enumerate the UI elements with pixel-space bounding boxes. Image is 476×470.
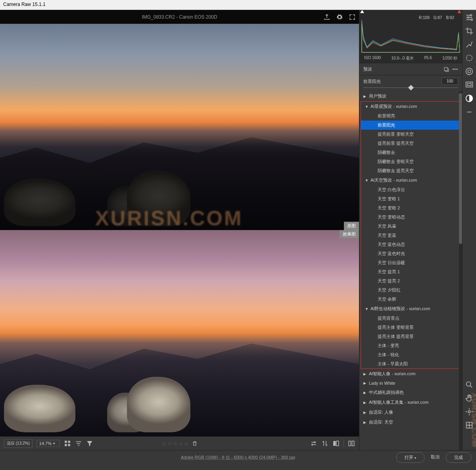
compare-icon[interactable] [321, 440, 328, 447]
star-5[interactable]: ☆ [184, 441, 189, 447]
open-button[interactable]: 打开 ▾ [396, 452, 424, 463]
mask-icon[interactable] [465, 54, 474, 62]
adjust-slider-icon[interactable] [310, 440, 317, 447]
before-after-icon[interactable] [348, 440, 355, 447]
preset-group-header-collapsed[interactable]: ▶自适应: 天空 [359, 417, 462, 427]
preset-item[interactable]: 主体 - 锐化 [361, 350, 461, 359]
edit-sliders-icon[interactable] [465, 13, 474, 22]
star-3[interactable]: ☆ [173, 441, 178, 447]
camera-model: Canon EOS 200D [179, 14, 217, 20]
presets-icon[interactable] [465, 94, 474, 103]
svg-rect-1 [68, 441, 70, 443]
amount-slider[interactable] [363, 87, 458, 88]
preset-item[interactable]: 天空 夕阳红 [361, 286, 461, 295]
more-tools-icon[interactable]: ••• [465, 107, 474, 116]
svg-point-16 [466, 68, 473, 75]
preset-item[interactable]: 天空 更蓝 [361, 231, 461, 240]
result-label: 效果图 [340, 230, 359, 238]
cancel-button[interactable]: 取消 [428, 452, 443, 463]
presets-panel-header: 预设 ••• [359, 63, 462, 75]
preset-group-header-collapsed[interactable]: ▶AI智能人像 - xurisn.com [359, 369, 462, 379]
preset-item[interactable]: 天空 变暗 1 [361, 194, 461, 203]
healing-brush-icon[interactable] [465, 40, 474, 49]
viewer-bottombar: 适应 (13.2%) 14.7%▾ ☆ ☆ ☆ ☆ ☆ [0, 436, 359, 450]
preset-item[interactable]: 天空 变暗动态 [361, 213, 461, 222]
preset-item[interactable]: 前景阳光 [361, 121, 461, 130]
preview-result[interactable]: 效果图 [0, 230, 359, 436]
done-button[interactable]: 完成 [446, 452, 471, 463]
file-info-bar: IMG_0833.CR2 - Canon EOS 200D [0, 10, 359, 24]
preset-item[interactable]: 前景明亮 [361, 111, 461, 121]
toggle-grid-icon[interactable] [465, 421, 474, 430]
svg-point-5 [312, 444, 313, 445]
preset-group-header[interactable]: ▼AI天空预设 - xurisn.com [361, 175, 461, 185]
preset-item[interactable]: 天空 蓝色时光 [361, 249, 461, 258]
hand-tool-icon[interactable] [465, 394, 474, 403]
preset-item[interactable]: 天空 提亮 2 [361, 276, 461, 286]
svg-rect-17 [466, 82, 473, 87]
preset-item[interactable]: 提亮主体 提亮背景 [361, 332, 461, 341]
export-icon[interactable] [323, 13, 330, 21]
preview-original[interactable]: 原图 [0, 24, 359, 230]
preset-item[interactable]: 天空 白色浮云 [361, 185, 461, 194]
preset-group-header-collapsed[interactable]: ▶自适应: 人像 [359, 407, 462, 417]
star-4[interactable]: ☆ [178, 441, 183, 447]
rating-stars[interactable]: ☆ ☆ ☆ ☆ ☆ [162, 441, 198, 447]
svg-rect-6 [333, 441, 336, 446]
filter-list-icon[interactable] [75, 440, 82, 447]
preset-item[interactable]: 阴霾散去 提亮天空 [361, 166, 461, 175]
preset-item[interactable]: 天空 变暗 2 [361, 203, 461, 213]
preset-group-header[interactable]: ▼AI景观预设 - xurisn.com [361, 102, 461, 111]
user-presets-header[interactable]: ▶用户预设 [359, 91, 462, 101]
grid-icon[interactable] [64, 440, 71, 447]
preset-item[interactable]: 提亮前景 提亮天空 [361, 139, 461, 148]
preset-group-header-collapsed[interactable]: ▶中式婚礼跟拍调色 [359, 388, 462, 397]
preset-item[interactable]: 提亮主体 变暗背景 [361, 323, 461, 332]
panel-title: 预设 [363, 66, 372, 72]
preset-item[interactable]: 提亮背景点 [361, 314, 461, 323]
right-toolbar: ••• [462, 10, 476, 450]
preset-group-header-collapsed[interactable]: ▶Lady in White [359, 379, 462, 388]
file-name: IMG_0833.CR2 [142, 14, 175, 20]
preset-item[interactable]: 天空 日出温暖 [361, 258, 461, 267]
preset-item[interactable]: 阴霾散去 变暗天空 [361, 157, 461, 166]
snapshot-icon[interactable] [465, 81, 474, 89]
color-sampler-icon[interactable] [465, 407, 474, 416]
new-preset-icon[interactable] [443, 67, 449, 72]
split-view-icon[interactable] [332, 440, 340, 447]
gear-icon[interactable] [336, 13, 343, 21]
svg-rect-2 [65, 444, 67, 446]
trash-icon[interactable] [192, 441, 198, 446]
slider-value-input[interactable]: 100 [441, 78, 458, 85]
svg-point-4 [314, 442, 315, 443]
redeye-icon[interactable] [465, 67, 474, 76]
preset-group-header[interactable]: ▼AI野生动植物预设 - xurisn.com [361, 304, 461, 314]
zoom-tool-icon[interactable] [465, 380, 474, 389]
preset-item[interactable]: 主体 - 变亮 [361, 341, 461, 350]
footer-bar: Adobe RGB (1998) - 8 位 - 6000 x 4000 (24… [0, 450, 476, 464]
preset-item[interactable]: 天空 余辉 [361, 295, 461, 304]
exif-aperture: f/5.6 [424, 56, 432, 61]
preset-item[interactable]: 提亮前景 变暗天空 [361, 130, 461, 139]
image-info[interactable]: Adobe RGB (1998) - 8 位 - 6000 x 4000 (24… [181, 455, 295, 460]
zoom-dropdown[interactable]: 14.7%▾ [36, 440, 60, 447]
svg-point-21 [468, 411, 470, 413]
exif-focal: 10.0-..0 毫米 [392, 56, 414, 61]
original-label: 原图 [344, 222, 359, 230]
star-2[interactable]: ☆ [167, 441, 172, 447]
preset-item[interactable]: 阴霾散去 [361, 148, 461, 157]
presets-list[interactable]: ▶用户预设 ▼AI景观预设 - xurisn.com前景明亮前景阳光提亮前景 变… [359, 91, 462, 450]
histogram[interactable]: R:109 G:87 B:92 ISO 1600 10.0-..0 毫米 f/5… [359, 10, 462, 63]
funnel-icon[interactable] [86, 440, 93, 447]
preset-item[interactable]: 天空 提亮 1 [361, 267, 461, 276]
preset-item[interactable]: 天空 风暴 [361, 222, 461, 231]
more-options-icon[interactable]: ••• [452, 67, 458, 72]
zoom-fit-button[interactable]: 适应 (13.2%) [4, 439, 33, 448]
fullscreen-icon[interactable] [349, 13, 356, 21]
preset-item[interactable]: 主体 - 早晨太阳 [361, 359, 461, 368]
preset-item[interactable]: 天空 蓝色动态 [361, 240, 461, 249]
scrollbar-thumb[interactable] [459, 93, 462, 244]
star-1[interactable]: ☆ [162, 441, 167, 447]
preset-group-header-collapsed[interactable]: ▶AI智能人像工具集 - xurisn.com [359, 397, 462, 407]
crop-icon[interactable] [465, 27, 474, 35]
